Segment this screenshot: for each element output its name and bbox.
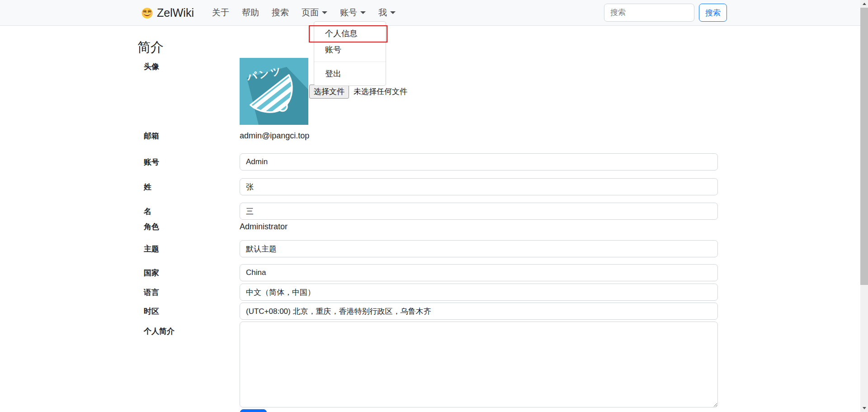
role-label: 角色 xyxy=(137,222,240,232)
account-label: 账号 xyxy=(137,157,240,167)
caret-down-icon xyxy=(360,11,366,14)
country-row: 国家 xyxy=(137,264,718,281)
account-row: 账号 xyxy=(137,153,718,170)
bio-row: 个人简介 xyxy=(137,322,718,409)
me-dropdown-menu: 个人信息 账号 登出 xyxy=(314,21,386,86)
vertical-scrollbar[interactable] xyxy=(860,0,868,412)
scroll-up-icon[interactable] xyxy=(860,0,868,8)
country-label: 国家 xyxy=(137,268,240,278)
nav-item-account-dropdown[interactable]: 账号 xyxy=(335,3,371,22)
avatar-file-input: 选择文件 未选择任何文件 xyxy=(309,85,407,99)
theme-row: 主题 xyxy=(137,240,718,257)
profile-form: 简介 头像 パンツ xyxy=(137,26,718,409)
language-input[interactable] xyxy=(240,284,718,301)
language-row: 语言 xyxy=(137,284,718,301)
email-label: 邮箱 xyxy=(137,131,240,141)
file-status-text: 未选择任何文件 xyxy=(354,86,407,97)
dropdown-item-profile[interactable]: 个人信息 xyxy=(314,25,386,42)
scrollbar-thumb[interactable] xyxy=(860,8,868,285)
avatar-label: 头像 xyxy=(137,58,240,72)
language-label: 语言 xyxy=(137,287,240,298)
brand[interactable]: ZelWiki xyxy=(141,6,194,19)
navbar: ZelWiki 关于 帮助 搜索 页面 账号 我 搜索 xyxy=(0,0,868,26)
dropdown-divider xyxy=(314,62,386,62)
nav-item-search[interactable]: 搜索 xyxy=(266,3,294,22)
nav-item-pages-dropdown[interactable]: 页面 xyxy=(296,3,333,22)
nav-item-about[interactable]: 关于 xyxy=(207,3,235,22)
dropdown-item-account[interactable]: 账号 xyxy=(314,42,386,58)
search-button[interactable]: 搜索 xyxy=(699,4,727,22)
last-name-input[interactable] xyxy=(240,178,718,195)
country-input[interactable] xyxy=(240,264,718,281)
role-value: Administrator xyxy=(240,222,288,231)
bio-label: 个人简介 xyxy=(137,322,240,336)
save-button[interactable] xyxy=(240,409,267,412)
search-input[interactable] xyxy=(604,4,694,22)
timezone-input[interactable] xyxy=(240,303,718,320)
bio-textarea[interactable] xyxy=(240,322,718,407)
last-name-row: 姓 xyxy=(137,178,718,195)
smiley-logo-icon xyxy=(141,7,153,19)
timezone-label: 时区 xyxy=(137,306,240,317)
nav-item-help[interactable]: 帮助 xyxy=(236,3,264,22)
nav-links: 关于 帮助 搜索 页面 账号 我 xyxy=(207,3,401,22)
theme-input[interactable] xyxy=(240,240,718,257)
caret-down-icon xyxy=(322,11,327,14)
last-name-label: 姓 xyxy=(137,182,240,192)
caret-down-icon xyxy=(390,11,396,14)
nav-item-me-dropdown[interactable]: 我 xyxy=(373,3,401,22)
first-name-row: 名 xyxy=(137,203,718,220)
avatar-image: パンツ xyxy=(240,58,308,125)
account-input[interactable] xyxy=(240,153,718,170)
theme-label: 主题 xyxy=(137,244,240,254)
choose-file-button[interactable]: 选择文件 xyxy=(309,85,349,99)
page-title: 简介 xyxy=(137,38,718,57)
avatar-row: 头像 パンツ xyxy=(137,58,718,125)
scroll-down-icon[interactable] xyxy=(860,404,868,412)
timezone-row: 时区 xyxy=(137,303,718,320)
email-value: admin@ipangci.top xyxy=(240,131,309,140)
role-row: 角色 Administrator xyxy=(137,222,718,232)
dropdown-item-logout[interactable]: 登出 xyxy=(314,66,386,82)
brand-label: ZelWiki xyxy=(157,6,194,19)
first-name-label: 名 xyxy=(137,206,240,217)
first-name-input[interactable] xyxy=(240,203,718,220)
email-row: 邮箱 admin@ipangci.top xyxy=(137,131,718,141)
